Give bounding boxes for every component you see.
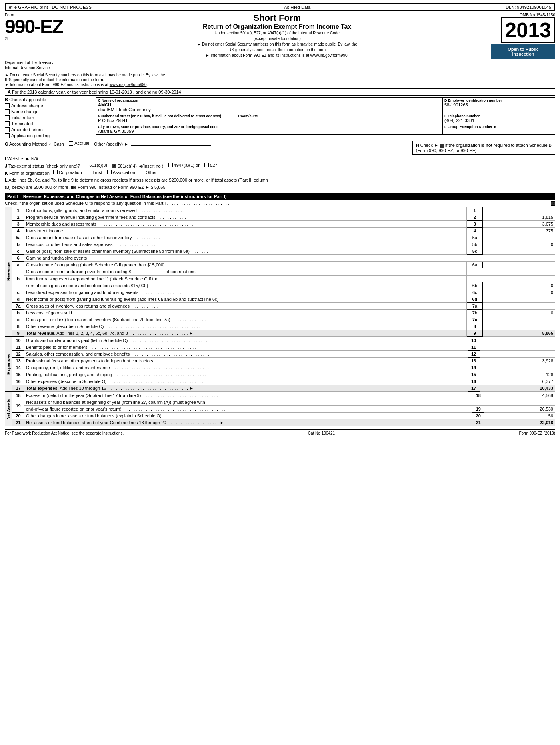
line-3-ref: 3: [467, 221, 483, 228]
527-checkbox[interactable]: [204, 163, 209, 167]
line-20-text: Other changes in net assets or fund bala…: [24, 413, 472, 419]
accrual-label: Accrual: [74, 141, 89, 146]
line-6b-value: 0: [483, 282, 555, 289]
line-6-num: 6: [12, 255, 24, 262]
table-row: c Gain or (loss) from sale of assets oth…: [12, 248, 555, 255]
l-arrow: ►: [145, 185, 150, 190]
line-6c-num: c: [12, 289, 24, 296]
section-a: A For the 2013 calendar year, or tax yea…: [5, 88, 555, 96]
line-1-text: Contributions, gifts, grants, and simila…: [24, 207, 467, 214]
4947a1-checkbox[interactable]: [168, 163, 173, 167]
corp-checkbox[interactable]: [53, 170, 58, 174]
527-group: 527: [204, 163, 217, 168]
corp-label: Corporation: [59, 170, 82, 175]
line-12-ref: 12: [468, 351, 480, 358]
irs-redact-p: IRS generally cannot redact the informat…: [5, 78, 555, 82]
org-name-block: C Name of organization AMCU dba IBM I Te…: [96, 98, 443, 113]
line-5c-num: c: [12, 248, 24, 255]
501c4-group: 501(c)( 4) ◄(insert no ): [112, 164, 163, 168]
trust-checkbox[interactable]: [87, 170, 91, 174]
org-address-block: Number and street (or P O box, if mail i…: [96, 113, 443, 124]
form-org-section: K Form of organization Corporation Trust…: [5, 170, 555, 176]
line-7c-ref: 7c: [467, 316, 483, 323]
h-checkbox[interactable]: [440, 144, 444, 148]
initial-return-checkbox[interactable]: [5, 115, 10, 120]
i-value: N/A: [31, 156, 38, 161]
part-i-label: Part I: [7, 194, 18, 199]
b-label: B: [5, 97, 8, 102]
org-c-label: C Name of organization: [98, 98, 441, 102]
501c4-checkbox[interactable]: [112, 164, 116, 168]
accrual-checkbox[interactable]: [69, 141, 73, 146]
line-10-text: Grants and similar amounts paid (list in…: [24, 337, 468, 344]
k-text: Form of organization: [9, 170, 50, 175]
other-org-group: Other: [140, 170, 157, 175]
expenses-side-label: Expenses: [5, 337, 12, 392]
address-change-checkbox[interactable]: [5, 103, 10, 108]
line-14-ref: 14: [468, 364, 480, 371]
line-7c-num: c: [12, 316, 24, 323]
line-9-text: Total revenue. Add lines 1, 2, 3, 4, 5c,…: [24, 330, 467, 337]
revenue-side-label: Revenue: [5, 207, 12, 337]
check-terminated: Terminated: [5, 121, 93, 126]
terminated-checkbox[interactable]: [5, 121, 10, 126]
line-3-value: 3,675: [483, 221, 555, 228]
other-label: Other (specify) ►: [94, 142, 128, 146]
line-6c-value: 0: [483, 289, 555, 296]
check-application-pending: Application pending: [5, 133, 93, 138]
line-18-ref: 18: [472, 392, 484, 399]
line-18-text: Excess or (deficit) for the year (Subtra…: [24, 392, 472, 399]
line-6b-empty2: [467, 276, 555, 282]
other-org-checkbox[interactable]: [140, 170, 144, 174]
year-display: 2013: [501, 17, 555, 43]
center-header: Short Form Return of Organization Exempt…: [66, 13, 488, 59]
i-text: Website: ►: [7, 156, 31, 161]
line-6c-box: 6c: [467, 289, 483, 296]
part-i-section: Part I Revenue, Expenses, and Changes in…: [5, 193, 555, 426]
table-row: b Less cost or other basis and sales exp…: [12, 241, 555, 248]
corp-group: Corporation: [53, 170, 82, 175]
expenses-table: 10 Grants and similar amounts paid (list…: [12, 337, 555, 392]
org-name: AMCU: [98, 102, 441, 107]
table-row: 11 Benefits paid to or for members . . .…: [12, 344, 555, 351]
other-org-value[interactable]: [160, 174, 280, 174]
page: efile GRAPHIC print - DO NOT PROCESS As …: [0, 0, 560, 439]
line-8-value: [483, 323, 555, 330]
line-6b-text3: sum of such gross income and contributio…: [24, 282, 467, 289]
line-2-num: 2: [12, 214, 24, 221]
501c3-checkbox[interactable]: [84, 163, 88, 167]
g-text: Accounting Method: [9, 142, 48, 146]
table-row: from fundraising events reported on line…: [12, 276, 555, 282]
internal-revenue: Internal Revenue Service: [5, 66, 555, 70]
line-10-ref: 10: [468, 337, 480, 344]
line-16-text: Other expenses (describe in Schedule O) …: [24, 378, 468, 385]
banner-right: DLN: 93492109001045: [506, 5, 551, 10]
amended-return-label: Amended return: [11, 127, 43, 132]
line-21-ref: 21: [472, 419, 484, 426]
name-change-checkbox[interactable]: [5, 109, 10, 114]
table-row: d Net income or (loss) from gaming and f…: [12, 296, 555, 303]
address-change-label: Address change: [11, 103, 43, 108]
line-5b-num: b: [12, 241, 24, 248]
org-phone-block: E Telephone number (404) 221-3331: [443, 113, 555, 124]
line-16-ref: 16: [468, 378, 480, 385]
line-1-ref: 1: [467, 207, 483, 214]
section-a-text: For the 2013 calendar year, or tax year …: [12, 90, 132, 94]
amended-return-checkbox[interactable]: [5, 127, 10, 132]
part-i-schedule-o-checkbox[interactable]: [551, 201, 555, 206]
line-8-ref: 8: [467, 323, 483, 330]
line-3-text: Membership dues and assessments . . . . …: [24, 221, 467, 228]
line-18-num: 18: [12, 392, 24, 399]
cash-checkbox[interactable]: [48, 142, 52, 146]
line-11-ref: 11: [468, 344, 480, 351]
other-value[interactable]: [131, 145, 211, 146]
application-pending-checkbox[interactable]: [5, 133, 10, 138]
table-row: sum of such gross income and contributio…: [12, 282, 555, 289]
section-a-label: A: [8, 90, 11, 94]
instructions: ► Do not enter Social Security numbers o…: [5, 72, 555, 87]
irs-url: www.irs.gov/form990: [110, 82, 147, 87]
line-11-text: Benefits paid to or for members . . . . …: [24, 344, 468, 351]
line-15-value: 128: [480, 371, 555, 378]
line-7a-text: Gross sales of inventory, less returns a…: [24, 303, 467, 310]
assoc-checkbox[interactable]: [107, 170, 112, 174]
